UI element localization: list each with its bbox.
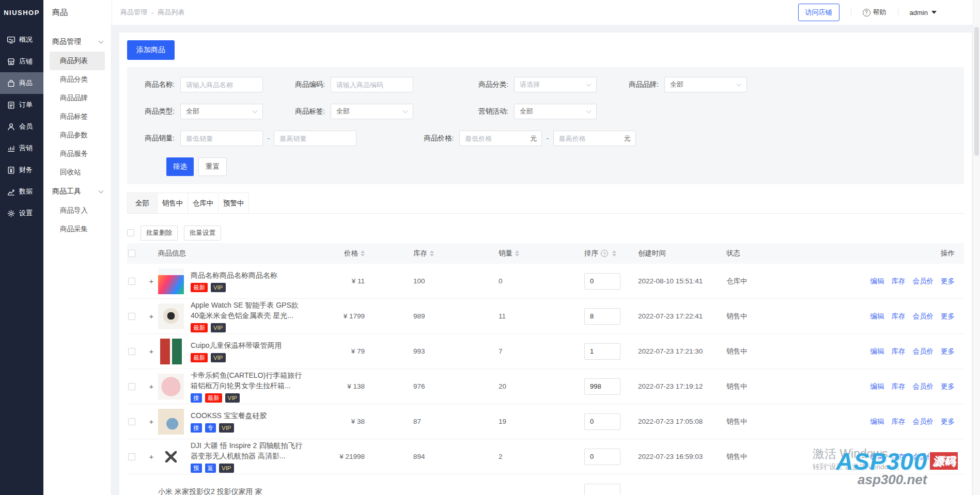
action-link-编辑[interactable]: 编辑	[870, 453, 884, 460]
max-price-input[interactable]	[553, 131, 636, 146]
goods-name[interactable]: Cuipo儿童保温杯带吸管两用	[191, 340, 308, 350]
submenu-item-商品采集[interactable]: 商品采集	[50, 220, 105, 238]
expand-plus-icon[interactable]: +	[149, 452, 154, 461]
col-price[interactable]: 价格	[313, 249, 365, 258]
submenu-item-商品参数[interactable]: 商品参数	[50, 126, 105, 145]
tab-warning[interactable]: 预警中	[219, 193, 249, 213]
action-link-会员价[interactable]: 会员价	[913, 382, 934, 390]
sidebar-item-店铺[interactable]: 店铺	[0, 51, 43, 72]
action-link-库存[interactable]: 库存	[892, 382, 906, 390]
action-link-更多[interactable]: 更多	[941, 277, 955, 285]
row-checkbox[interactable]	[128, 278, 135, 285]
goods-name[interactable]: COOKSS 宝宝餐盘硅胶	[191, 410, 308, 421]
help-menu[interactable]: ? 帮助	[863, 8, 886, 17]
submenu-item-商品品牌[interactable]: 商品品牌	[50, 89, 105, 107]
header-select-all-checkbox[interactable]	[128, 250, 135, 257]
submenu-group-商品工具[interactable]: 商品工具	[43, 182, 111, 201]
action-link-库存[interactable]: 库存	[892, 277, 906, 285]
max-sales-input[interactable]	[274, 131, 356, 146]
action-link-更多[interactable]: 更多	[941, 382, 955, 390]
filter-reset-button[interactable]: 重置	[198, 157, 227, 176]
action-link-库存[interactable]: 库存	[892, 312, 906, 320]
row-checkbox[interactable]	[128, 383, 135, 390]
tab-on-sale[interactable]: 销售中	[158, 193, 188, 213]
goods-name[interactable]: 卡帝乐鳄鱼(CARTELO)行李箱旅行箱铝框万向轮男女学生拉杆箱...	[191, 370, 308, 391]
tab-in-warehouse[interactable]: 仓库中	[188, 193, 219, 213]
action-link-更多[interactable]: 更多	[941, 347, 955, 355]
sidebar-item-设置[interactable]: 设置	[0, 202, 43, 224]
goods-name-input[interactable]	[180, 77, 263, 92]
sort-input[interactable]	[584, 308, 620, 325]
action-link-编辑[interactable]: 编辑	[870, 347, 884, 355]
batch-delete-button[interactable]: 批量删除	[141, 226, 178, 241]
marketing-activity-select[interactable]: 全部	[514, 104, 597, 119]
col-stock[interactable]: 库存	[365, 249, 456, 258]
vertical-scrollbar[interactable]	[973, 0, 980, 495]
col-sort[interactable]: 排序?	[541, 249, 629, 258]
goods-name[interactable]: Apple Watch SE 智能手表 GPS款 40毫米米金色铝金属表壳 星光…	[191, 300, 308, 321]
sort-input[interactable]	[584, 413, 620, 430]
action-link-编辑[interactable]: 编辑	[870, 418, 884, 425]
filter-submit-button[interactable]: 筛选	[166, 157, 194, 176]
expand-plus-icon[interactable]: +	[149, 417, 154, 426]
submenu-item-商品服务[interactable]: 商品服务	[50, 145, 105, 163]
action-link-编辑[interactable]: 编辑	[870, 312, 884, 320]
action-link-库存[interactable]: 库存	[892, 347, 906, 355]
goods-type-select[interactable]: 全部	[180, 104, 263, 119]
row-checkbox[interactable]	[128, 453, 135, 460]
sort-input[interactable]	[584, 343, 620, 360]
submenu-item-商品分类[interactable]: 商品分类	[50, 70, 105, 89]
action-link-更多[interactable]: 更多	[941, 312, 955, 320]
col-sales[interactable]: 销量	[456, 249, 541, 258]
min-price-input[interactable]	[459, 131, 542, 146]
action-link-更多[interactable]: 更多	[941, 418, 955, 425]
action-link-库存[interactable]: 库存	[892, 453, 906, 460]
expand-plus-icon[interactable]: +	[149, 382, 154, 391]
action-link-更多[interactable]: 更多	[941, 453, 955, 460]
batch-set-button[interactable]: 批量设置	[184, 226, 221, 241]
goods-name[interactable]: 商品名称商品名称商品名称	[191, 270, 308, 280]
scrollbar-thumb[interactable]	[974, 27, 979, 156]
sort-input[interactable]	[584, 273, 620, 290]
add-goods-button[interactable]: 添加商品	[127, 40, 175, 60]
action-link-会员价[interactable]: 会员价	[913, 312, 934, 320]
submenu-item-商品标签[interactable]: 商品标签	[50, 107, 105, 126]
min-sales-input[interactable]	[180, 131, 263, 146]
breadcrumb-parent[interactable]: 商品管理	[120, 8, 147, 17]
action-link-编辑[interactable]: 编辑	[870, 277, 884, 285]
submenu-item-回收站[interactable]: 回收站	[50, 163, 105, 182]
sort-input[interactable]	[584, 378, 620, 395]
submenu-item-商品导入[interactable]: 商品导入	[50, 201, 105, 220]
goods-category-select[interactable]: 请选择	[514, 77, 597, 92]
tab-all[interactable]: 全部	[127, 193, 158, 213]
goods-name[interactable]: DJI 大疆 悟 Inspire 2 四轴航拍飞行器变形无人机航拍器 高清影..…	[191, 440, 308, 461]
goods-brand-select[interactable]: 全部	[664, 77, 747, 92]
action-link-编辑[interactable]: 编辑	[870, 382, 884, 390]
visit-shop-button[interactable]: 访问店铺	[798, 4, 839, 21]
sidebar-item-订单[interactable]: 订单	[0, 94, 43, 116]
row-checkbox[interactable]	[128, 313, 135, 320]
submenu-item-商品列表[interactable]: 商品列表	[50, 52, 105, 70]
sidebar-item-商品[interactable]: 商品	[0, 72, 43, 94]
action-link-会员价[interactable]: 会员价	[913, 277, 934, 285]
action-link-会员价[interactable]: 会员价	[913, 418, 934, 425]
row-checkbox[interactable]	[128, 418, 135, 425]
expand-plus-icon[interactable]: +	[149, 312, 154, 321]
action-link-会员价[interactable]: 会员价	[913, 453, 934, 460]
user-menu[interactable]: admin	[910, 9, 937, 17]
expand-plus-icon[interactable]: +	[149, 277, 154, 285]
sidebar-item-财务[interactable]: 财务	[0, 159, 43, 181]
action-link-库存[interactable]: 库存	[892, 418, 906, 425]
sidebar-item-会员[interactable]: 会员	[0, 116, 43, 137]
goods-tag-select[interactable]: 全部	[331, 104, 413, 119]
select-all-checkbox[interactable]	[127, 229, 134, 236]
expand-plus-icon[interactable]: +	[149, 347, 154, 356]
sidebar-item-营销[interactable]: 营销	[0, 137, 43, 159]
sidebar-item-数据[interactable]: 数据	[0, 181, 43, 202]
sort-input[interactable]	[584, 449, 620, 465]
sort-input[interactable]	[584, 484, 620, 495]
submenu-group-商品管理[interactable]: 商品管理	[43, 32, 111, 52]
goods-name[interactable]: 小米 米家投影仪2 投影仪家用 家	[158, 486, 276, 495]
goods-code-input[interactable]	[331, 77, 413, 92]
sidebar-item-概况[interactable]: 概况	[0, 29, 43, 51]
